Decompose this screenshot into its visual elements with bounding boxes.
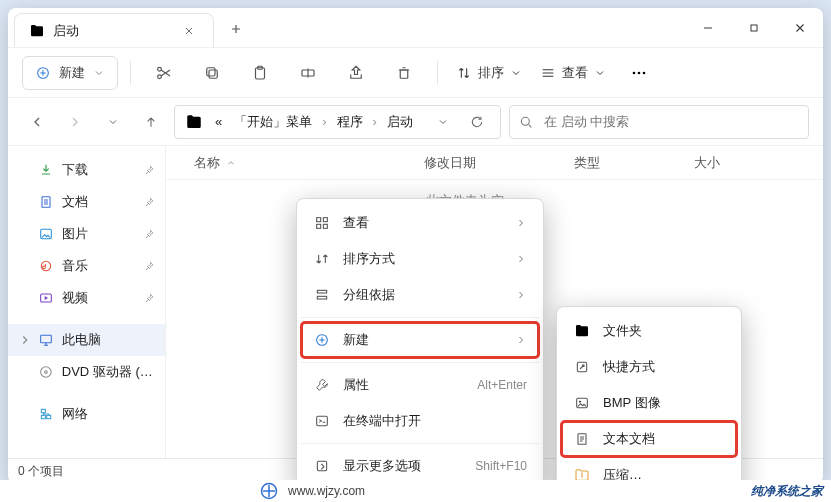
menu-item-more-options[interactable]: 显示更多选项 Shift+F10 bbox=[301, 448, 539, 484]
sidebar-item-documents[interactable]: 文档 bbox=[8, 186, 165, 218]
more-button[interactable] bbox=[618, 56, 660, 90]
download-icon bbox=[38, 162, 54, 178]
sidebar-item-pictures[interactable]: 图片 bbox=[8, 218, 165, 250]
sidebar-label: 网络 bbox=[62, 405, 88, 423]
sort-asc-icon bbox=[226, 158, 236, 168]
breadcrumb-prefix: « bbox=[211, 112, 226, 131]
image-icon bbox=[573, 395, 591, 411]
submenu-label: 文件夹 bbox=[603, 322, 642, 340]
tab-active[interactable]: 启动 bbox=[14, 13, 214, 47]
menu-label: 排序方式 bbox=[343, 250, 395, 268]
menu-item-properties[interactable]: 属性 Alt+Enter bbox=[301, 367, 539, 403]
forward-button[interactable] bbox=[60, 107, 90, 137]
sort-dropdown[interactable]: 排序 bbox=[450, 56, 528, 90]
menu-item-new[interactable]: 新建 bbox=[301, 322, 539, 358]
up-button[interactable] bbox=[136, 107, 166, 137]
music-icon bbox=[38, 258, 54, 274]
watermark-brand: 纯净系统之家 bbox=[751, 483, 823, 500]
sidebar-label: 视频 bbox=[62, 289, 88, 307]
back-button[interactable] bbox=[22, 107, 52, 137]
close-button[interactable] bbox=[777, 8, 823, 48]
separator bbox=[130, 61, 131, 85]
history-chevron[interactable] bbox=[98, 107, 128, 137]
column-type[interactable]: 类型 bbox=[574, 154, 694, 172]
new-button[interactable]: 新建 bbox=[22, 56, 118, 90]
menu-label: 属性 bbox=[343, 376, 369, 394]
sidebar-item-dvd[interactable]: DVD 驱动器 (P:) bbox=[8, 356, 165, 388]
menu-item-open-terminal[interactable]: 在终端中打开 bbox=[301, 403, 539, 439]
submenu-item-text-document[interactable]: 文本文档 bbox=[561, 421, 737, 457]
pin-icon bbox=[143, 164, 155, 176]
view-label: 查看 bbox=[562, 64, 588, 82]
monitor-icon bbox=[38, 332, 54, 348]
submenu-item-folder[interactable]: 文件夹 bbox=[561, 313, 737, 349]
sidebar-label: 音乐 bbox=[62, 257, 88, 275]
cut-button[interactable] bbox=[143, 56, 185, 90]
menu-item-sort-by[interactable]: 排序方式 bbox=[301, 241, 539, 277]
scissors-icon bbox=[155, 64, 173, 82]
breadcrumb-startup[interactable]: 启动 bbox=[383, 111, 417, 133]
title-bar: 启动 bbox=[8, 8, 823, 48]
sidebar-label: 图片 bbox=[62, 225, 88, 243]
breadcrumb-programs[interactable]: 程序 bbox=[333, 111, 367, 133]
column-modified[interactable]: 修改日期 bbox=[424, 154, 574, 172]
chevron-right-icon[interactable] bbox=[18, 333, 32, 347]
tab-close-button[interactable] bbox=[179, 21, 199, 41]
context-menu: 查看 排序方式 分组依据 新建 属性 Alt+Enter 在终端中打开 显示更多… bbox=[296, 198, 544, 491]
command-bar: 新建 排序 查看 bbox=[8, 48, 823, 98]
window-controls bbox=[685, 8, 823, 47]
chevron-right-icon bbox=[515, 289, 527, 301]
column-name-label: 名称 bbox=[194, 154, 220, 172]
minimize-button[interactable] bbox=[685, 8, 731, 48]
close-icon bbox=[793, 21, 807, 35]
submenu-item-bmp[interactable]: BMP 图像 bbox=[561, 385, 737, 421]
expand-icon bbox=[313, 458, 331, 474]
view-dropdown[interactable]: 查看 bbox=[534, 56, 612, 90]
breadcrumb-start-menu[interactable]: 「开始」菜单 bbox=[230, 111, 316, 133]
more-icon bbox=[629, 63, 649, 83]
sidebar-item-this-pc[interactable]: 此电脑 bbox=[8, 324, 165, 356]
navigation-row: « 「开始」菜单 › 程序 › 启动 bbox=[8, 98, 823, 146]
breadcrumb-separator: › bbox=[371, 114, 379, 129]
submenu-label: 快捷方式 bbox=[603, 358, 655, 376]
column-headers: 名称 修改日期 类型 大小 bbox=[166, 146, 823, 180]
delete-button[interactable] bbox=[383, 56, 425, 90]
rename-button[interactable] bbox=[287, 56, 329, 90]
refresh-button[interactable] bbox=[460, 107, 494, 137]
sidebar-item-videos[interactable]: 视频 bbox=[8, 282, 165, 314]
column-name[interactable]: 名称 bbox=[194, 154, 424, 172]
address-dropdown[interactable] bbox=[426, 107, 460, 137]
menu-label: 新建 bbox=[343, 331, 369, 349]
copy-icon bbox=[203, 64, 221, 82]
search-icon bbox=[518, 114, 534, 130]
watermark-bar: www.wjzy.com 纯净系统之家 bbox=[0, 480, 831, 502]
menu-item-group-by[interactable]: 分组依据 bbox=[301, 277, 539, 313]
sidebar-label: 文档 bbox=[62, 193, 88, 211]
search-input[interactable] bbox=[542, 113, 800, 130]
refresh-icon bbox=[469, 114, 485, 130]
copy-button[interactable] bbox=[191, 56, 233, 90]
text-document-icon bbox=[573, 431, 591, 447]
pin-icon bbox=[143, 196, 155, 208]
pin-icon bbox=[143, 260, 155, 272]
sidebar-item-downloads[interactable]: 下载 bbox=[8, 154, 165, 186]
search-box[interactable] bbox=[509, 105, 809, 139]
paste-button[interactable] bbox=[239, 56, 281, 90]
plus-circle-icon bbox=[35, 65, 51, 81]
address-bar[interactable]: « 「开始」菜单 › 程序 › 启动 bbox=[174, 105, 501, 139]
close-icon bbox=[183, 25, 195, 37]
column-size[interactable]: 大小 bbox=[694, 154, 823, 172]
menu-label: 在终端中打开 bbox=[343, 412, 421, 430]
sidebar-item-music[interactable]: 音乐 bbox=[8, 250, 165, 282]
video-icon bbox=[38, 290, 54, 306]
sidebar-item-network[interactable]: 网络 bbox=[8, 398, 165, 430]
maximize-button[interactable] bbox=[731, 8, 777, 48]
share-button[interactable] bbox=[335, 56, 377, 90]
new-button-label: 新建 bbox=[59, 64, 85, 82]
menu-item-view[interactable]: 查看 bbox=[301, 205, 539, 241]
submenu-item-shortcut[interactable]: 快捷方式 bbox=[561, 349, 737, 385]
document-icon bbox=[38, 194, 54, 210]
arrow-up-icon bbox=[143, 114, 159, 130]
view-icon bbox=[540, 65, 556, 81]
new-tab-button[interactable] bbox=[218, 11, 254, 47]
